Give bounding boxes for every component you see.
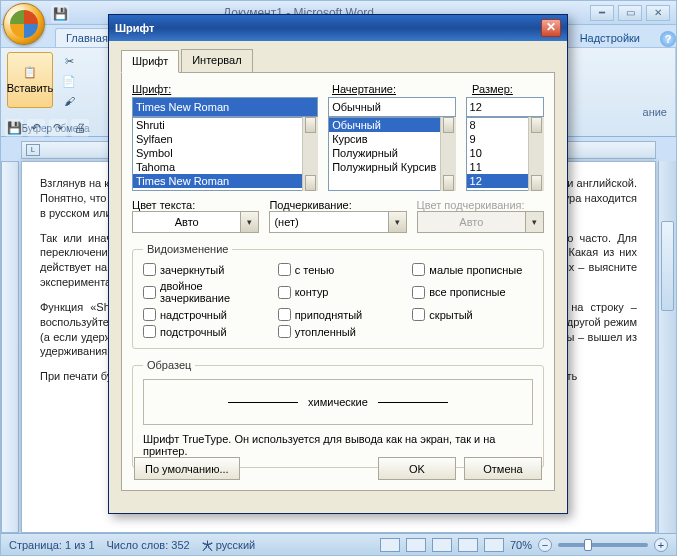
font-label: Шрифт: [132, 83, 171, 95]
check-label: надстрочный [160, 309, 227, 321]
list-item[interactable]: Tahoma [133, 160, 317, 174]
quick-access-toolbar: 💾 [51, 5, 69, 23]
check-label: контур [295, 286, 329, 298]
dialog-panel: Шрифт: Начертание: Размер: Shruti Sylfae… [121, 73, 555, 491]
info-text: Шрифт TrueType. Он используется для выво… [143, 433, 533, 457]
underline-value: (нет) [269, 211, 388, 233]
underline-color-value: Авто [417, 211, 526, 233]
cancel-button[interactable]: Отмена [464, 457, 542, 480]
color-label: Цвет текста: [132, 199, 195, 211]
list-item[interactable]: Symbol [133, 146, 317, 160]
style-label: Начертание: [332, 83, 396, 95]
effects-legend: Видоизменение [143, 243, 232, 255]
checkbox[interactable] [278, 308, 291, 321]
dialog-title: Шрифт [115, 22, 154, 34]
font-color-dropdown[interactable]: Авто [132, 211, 259, 233]
check-superscript[interactable]: надстрочный [143, 308, 264, 321]
effects-fieldset: Видоизменение зачеркнутый с тенью малые … [132, 243, 544, 349]
sample-box: химические [143, 379, 533, 425]
below-ribbon-qat: 💾 ↶ ↷ 🖨 [5, 119, 89, 137]
chevron-down-icon[interactable] [241, 211, 259, 233]
check-outline[interactable]: контур [278, 280, 399, 304]
ok-button[interactable]: OK [378, 457, 456, 480]
check-doublestrike[interactable]: двойное зачеркивание [143, 280, 264, 304]
checkbox[interactable] [278, 263, 291, 276]
check-label: утопленный [295, 326, 356, 338]
listbox-scrollbar[interactable] [528, 117, 544, 191]
qat-print-icon[interactable]: 🖨 [71, 119, 89, 137]
check-label: все прописные [429, 286, 505, 298]
dialog-titlebar[interactable]: Шрифт ✕ [109, 15, 567, 41]
check-label: малые прописные [429, 264, 522, 276]
check-subscript[interactable]: подстрочный [143, 325, 264, 338]
checkbox[interactable] [143, 263, 156, 276]
underline-color-dropdown: Авто [417, 211, 544, 233]
sample-decor-line [378, 402, 448, 403]
tab-font[interactable]: Шрифт [121, 50, 179, 73]
chevron-down-icon[interactable] [389, 211, 407, 233]
checkbox[interactable] [143, 286, 156, 299]
listbox-scrollbar[interactable] [440, 117, 456, 191]
check-label: зачеркнутый [160, 264, 224, 276]
tab-interval-label: Интервал [192, 54, 241, 66]
qat-undo-icon[interactable]: ↶ [27, 119, 45, 137]
font-input[interactable] [132, 97, 318, 117]
check-emboss[interactable]: приподнятый [278, 308, 399, 321]
check-engrave[interactable]: утопленный [278, 325, 399, 338]
list-item[interactable]: Полужирный [329, 146, 454, 160]
underline-color-label: Цвет подчеркивания: [417, 199, 525, 211]
size-label: Размер: [472, 83, 513, 95]
list-item[interactable]: Обычный [329, 118, 454, 132]
default-button[interactable]: По умолчанию... [134, 457, 240, 480]
office-button[interactable] [3, 3, 45, 45]
check-label: подстрочный [160, 326, 227, 338]
qat-save-icon[interactable]: 💾 [51, 5, 69, 23]
chevron-down-icon [526, 211, 544, 233]
checkbox[interactable] [412, 308, 425, 321]
check-strikethrough[interactable]: зачеркнутый [143, 263, 264, 276]
check-label: с тенью [295, 264, 335, 276]
dialog-buttons: По умолчанию... OK Отмена [134, 457, 542, 480]
tab-interval[interactable]: Интервал [181, 49, 252, 72]
size-input[interactable] [466, 97, 544, 117]
check-smallcaps[interactable]: малые прописные [412, 263, 533, 276]
list-item[interactable]: Курсив [329, 132, 454, 146]
check-label: приподнятый [295, 309, 363, 321]
dialog-tabs: Шрифт Интервал [121, 49, 555, 73]
checkbox[interactable] [278, 286, 291, 299]
sample-legend: Образец [143, 359, 195, 371]
font-dialog: Шрифт ✕ Шрифт Интервал Шрифт: Начертание… [108, 14, 568, 514]
check-label: двойное зачеркивание [160, 280, 264, 304]
list-item[interactable]: Полужирный Курсив [329, 160, 454, 174]
qat-save2-icon[interactable]: 💾 [5, 119, 23, 137]
check-allcaps[interactable]: все прописные [412, 280, 533, 304]
check-shadow[interactable]: с тенью [278, 263, 399, 276]
font-color-value: Авто [132, 211, 241, 233]
checkbox[interactable] [412, 286, 425, 299]
font-listbox[interactable]: Shruti Sylfaen Symbol Tahoma Times New R… [132, 117, 318, 191]
dialog-close-button[interactable]: ✕ [541, 19, 561, 37]
sample-fieldset: Образец химические Шрифт TrueType. Он ис… [132, 359, 544, 468]
checkbox[interactable] [412, 263, 425, 276]
style-listbox[interactable]: Обычный Курсив Полужирный Полужирный Кур… [328, 117, 455, 191]
underline-label: Подчеркивание: [269, 199, 351, 211]
list-item[interactable]: Shruti [133, 118, 317, 132]
checkbox[interactable] [143, 325, 156, 338]
checkbox[interactable] [143, 308, 156, 321]
underline-dropdown[interactable]: (нет) [269, 211, 406, 233]
listbox-scrollbar[interactable] [302, 117, 318, 191]
list-item[interactable]: Times New Roman [133, 174, 317, 188]
sample-decor-line [228, 402, 298, 403]
style-input[interactable] [328, 97, 455, 117]
qat-redo-icon[interactable]: ↷ [49, 119, 67, 137]
checkbox[interactable] [278, 325, 291, 338]
list-item[interactable]: Sylfaen [133, 132, 317, 146]
sample-text: химические [308, 396, 368, 408]
tab-font-label: Шрифт [132, 55, 168, 67]
check-label: скрытый [429, 309, 472, 321]
check-hidden[interactable]: скрытый [412, 308, 533, 321]
